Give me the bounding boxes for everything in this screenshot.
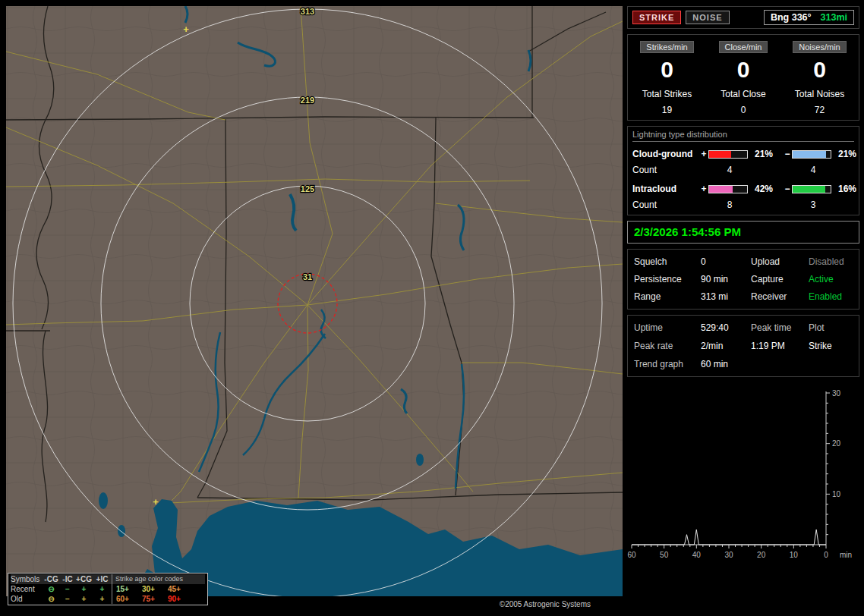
x-tick-label: 20 (757, 551, 766, 559)
ic-minus-bar (792, 185, 831, 193)
age-code: 75+ (142, 594, 166, 604)
trend-graph-panel: 6050403020100min102030 (627, 382, 859, 611)
neg-cg-recent-icon: ⊖ (43, 584, 60, 594)
squelch-value: 0 (701, 256, 751, 267)
control-panel: STRIKE NOISE Bng 336° 313mi Strikes/min … (627, 6, 859, 611)
close-column: Close/min 0 Total Close 0 (706, 41, 781, 115)
plus-sign: + (699, 149, 708, 159)
x-tick-label: 40 (692, 551, 702, 559)
legend-col-neg-cg: -CG (43, 574, 60, 584)
noises-per-min-value: 0 (813, 58, 826, 81)
peak-rate-label: Peak rate (634, 341, 701, 351)
receiver-status: Enabled (809, 291, 853, 302)
rates-section: Strikes/min 0 Total Strikes 19 Close/min… (627, 34, 859, 121)
noises-column: Noises/min 0 Total Noises 72 (782, 41, 857, 115)
x-axis-unit: min (840, 551, 852, 559)
nexstorm-window: { "map": { "ring_labels": ["313", "219",… (0, 0, 864, 616)
cg-minus-bar (792, 150, 831, 159)
date-time-display: 2/3/2026 1:54:56 PM (634, 225, 741, 238)
x-tick-label: 50 (660, 551, 669, 559)
receiver-label: Receiver (751, 291, 809, 302)
age-code: 15+ (116, 584, 140, 594)
trend-graph[interactable]: 6050403020100min102030 (627, 382, 859, 572)
intracloud-label: Intracloud (632, 184, 699, 194)
lightning-map[interactable]: 313 219 125 31 + + (6, 6, 623, 596)
y-tick-label: 30 (832, 389, 841, 398)
persistence-value: 90 min (701, 274, 751, 284)
x-tick-label: 60 (627, 551, 636, 559)
plot-label: Plot (809, 322, 853, 333)
legend-symbols-title: Symbols (11, 574, 43, 584)
total-close-value: 0 (741, 105, 746, 115)
upload-status: Disabled (809, 256, 853, 267)
cg-minus-count: 4 (792, 165, 834, 175)
x-tick-label: 10 (790, 551, 799, 559)
y-tick-label: 10 (832, 490, 841, 498)
neg-ic-recent-icon: − (60, 584, 75, 594)
copyright-text: ©2005 Astrogenic Systems (500, 600, 591, 608)
status-section: Squelch 0 Upload Disabled Persistence 90… (627, 249, 859, 310)
uptime-label: Uptime (634, 322, 701, 333)
strike-button[interactable]: STRIKE (632, 11, 681, 24)
distribution-section: Lightning type distribution Cloud-ground… (627, 126, 859, 215)
pos-ic-recent-icon: + (93, 584, 112, 594)
map-panel: 313 219 125 31 + + Symbols -CG -IC +CG +… (6, 6, 623, 610)
strike-symbol: + (153, 496, 159, 508)
total-close-label: Total Close (721, 89, 765, 99)
legend-row-label: Recent (11, 584, 43, 594)
capture-status: Active (809, 274, 853, 284)
range-ring-label: 219 (301, 96, 314, 105)
pos-ic-old-icon: + (93, 594, 112, 604)
strikes-per-min-header[interactable]: Strikes/min (640, 41, 693, 53)
plot-value: Strike (809, 341, 853, 351)
age-code: 30+ (142, 584, 166, 594)
minus-sign: − (783, 149, 792, 159)
persistence-label: Persistence (634, 274, 701, 284)
total-noises-value: 72 (815, 105, 825, 115)
bearing-display: Bng 336° 313mi (764, 10, 854, 25)
y-tick-label: 20 (832, 439, 841, 448)
uptime-value: 529:40 (701, 322, 751, 333)
noise-button[interactable]: NOISE (686, 11, 729, 24)
cg-minus-pct: 21% (834, 149, 856, 159)
ic-plus-bar (708, 185, 748, 193)
stats-section: Uptime 529:40 Peak time Plot Peak rate 2… (627, 315, 859, 377)
squelch-label: Squelch (634, 256, 701, 267)
trend-line (632, 530, 826, 545)
bearing-value: Bng 336° (771, 12, 812, 23)
upload-label: Upload (751, 256, 809, 267)
ic-plus-count: 8 (708, 200, 751, 210)
cloud-ground-row: Cloud-ground + 21% − 21% (632, 149, 854, 159)
clock-box: 2/3/2026 1:54:56 PM (627, 221, 859, 244)
age-code: 45+ (168, 584, 191, 594)
age-code: 90+ (168, 594, 191, 604)
peak-time-value: 1:19 PM (751, 341, 809, 351)
pos-cg-recent-icon: + (75, 584, 93, 594)
trend-axes (632, 391, 826, 545)
bearing-range-value: 313mi (821, 12, 847, 23)
mode-bar: STRIKE NOISE Bng 336° 313mi (627, 6, 859, 29)
pos-cg-old-icon: + (75, 594, 93, 604)
peak-time-label: Peak time (751, 322, 809, 333)
capture-label: Capture (751, 274, 809, 284)
strikes-per-min-value: 0 (661, 58, 673, 81)
plus-sign: + (699, 184, 708, 194)
noises-per-min-header[interactable]: Noises/min (793, 41, 846, 53)
cg-plus-pct: 21% (751, 149, 783, 159)
legend-col-pos-cg: +CG (75, 574, 93, 584)
total-strikes-value: 19 (662, 105, 672, 115)
cloud-ground-count-row: Count 4 4 (632, 165, 854, 175)
legend-row-recent: Recent ⊖ − + + 15+ 30+ 45+ (11, 584, 205, 594)
range-ring-label: 125 (301, 184, 314, 193)
ic-minus-count: 3 (792, 200, 834, 210)
range-ring-label: 31 (303, 272, 312, 281)
range-label: Range (634, 291, 701, 302)
close-per-min-header[interactable]: Close/min (719, 41, 768, 53)
cloud-ground-label: Cloud-ground (632, 149, 699, 159)
strike-symbol: + (183, 24, 189, 35)
intracloud-row: Intracloud + 42% − 16% (632, 184, 854, 194)
ic-plus-pct: 42% (751, 184, 783, 194)
cg-plus-count: 4 (708, 165, 751, 175)
x-tick-label: 0 (824, 551, 828, 559)
trend-graph-value: 60 min (701, 359, 751, 369)
